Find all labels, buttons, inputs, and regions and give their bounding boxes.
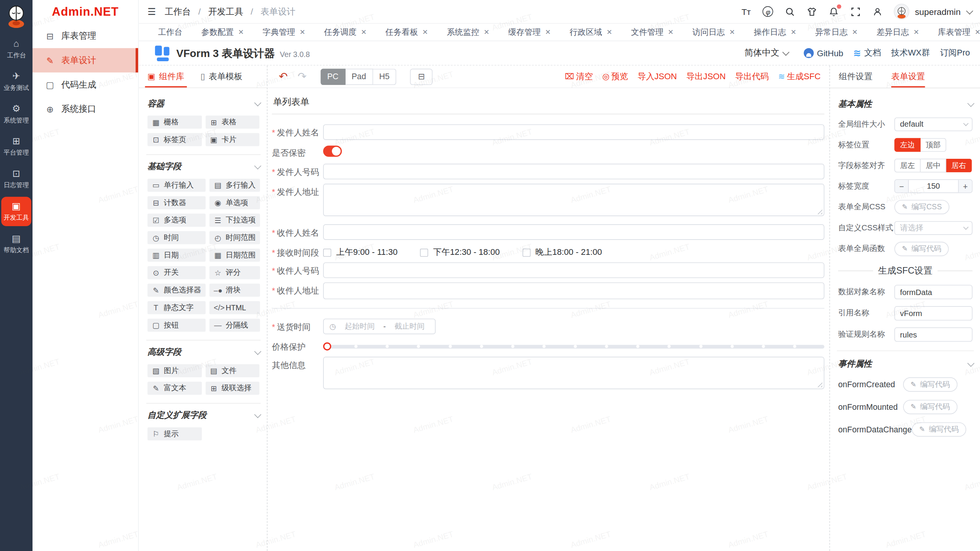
label-pos-top-button[interactable]: 顶部 (921, 138, 946, 152)
field-sender-name[interactable]: *发件人姓名 (272, 124, 824, 140)
user-avatar[interactable] (893, 4, 909, 20)
rail-item-biz-test[interactable]: ✈ 业务测试 (1, 67, 31, 96)
sender-phone-input[interactable] (323, 164, 824, 179)
delivery-time-range-picker[interactable]: ◷ 起始时间 - 截止时间 (323, 319, 436, 334)
breadcrumb-devtools[interactable]: 开发工具 (208, 6, 243, 16)
label-width-value[interactable]: 150 (909, 180, 958, 192)
page-tab[interactable]: 字典管理✕ (255, 24, 314, 40)
page-tab[interactable]: 任务看板✕ (377, 24, 436, 40)
language-icon[interactable]: φ (763, 6, 774, 17)
close-icon[interactable]: ✕ (238, 28, 244, 36)
align-right-button[interactable]: 居右 (946, 159, 972, 173)
action-导入JSON[interactable]: 导入JSON (637, 71, 677, 82)
page-tab[interactable]: 文件管理✕ (623, 24, 682, 40)
field-receiver-name[interactable]: *收件人姓名 (272, 224, 824, 240)
widget-section-header[interactable]: 基础字段 (147, 161, 259, 172)
stepper-minus-button[interactable]: − (895, 180, 909, 192)
page-tab[interactable]: 差异日志✕ (868, 24, 927, 40)
widget-tab[interactable]: ▣ 组件库 (147, 65, 184, 87)
event-props-header[interactable]: 事件属性 (838, 359, 972, 370)
action-导出JSON[interactable]: 导出JSON (686, 71, 726, 82)
widget-item[interactable]: ⊟ 计数器 (147, 196, 206, 209)
widget-item[interactable]: ▭ 单行输入 (147, 179, 206, 192)
form-title[interactable]: 单列表单 (272, 92, 824, 114)
page-tab[interactable]: 操作日志✕ (746, 24, 805, 40)
close-icon[interactable]: ✕ (361, 28, 367, 36)
page-tab[interactable]: 缓存管理✕ (500, 24, 559, 40)
fullscreen-icon[interactable] (850, 6, 861, 17)
widget-item[interactable]: T 静态文字 (147, 301, 206, 314)
page-tab[interactable]: 库表管理✕ (930, 24, 980, 40)
widget-item[interactable]: ▥ 日期 (147, 249, 206, 262)
user-profile-icon[interactable] (872, 6, 883, 17)
widget-item[interactable]: ▣ 卡片 (205, 133, 259, 146)
widget-item[interactable]: </> HTML (209, 301, 260, 314)
widget-item[interactable]: ✎ 富文本 (147, 382, 201, 395)
undo-icon[interactable]: ↶ (279, 70, 287, 83)
slider-track[interactable] (326, 344, 824, 348)
close-icon[interactable]: ✕ (606, 28, 612, 36)
rail-item-help[interactable]: ▤ 帮助文档 (1, 229, 31, 259)
redo-icon[interactable]: ↷ (298, 70, 307, 83)
widget-section-header[interactable]: 高级字段 (147, 347, 259, 358)
widget-item[interactable]: ☑ 多选项 (147, 214, 206, 227)
sender-name-input[interactable] (323, 124, 824, 140)
user-menu-chevron-icon[interactable] (966, 7, 973, 14)
widget-item[interactable]: –● 滑块 (209, 284, 260, 297)
widget-item[interactable]: ◷ 时间 (147, 231, 206, 244)
page-tab[interactable]: 工作台 (150, 24, 191, 40)
close-icon[interactable]: ✕ (545, 28, 551, 36)
widget-item[interactable]: ▦ 日期范围 (209, 249, 260, 262)
close-icon[interactable]: ✕ (483, 28, 489, 36)
widget-section-header[interactable]: 自定义扩展字段 (147, 410, 259, 421)
write-code-button[interactable]: ✎ 编写代码 (894, 242, 949, 256)
widget-item[interactable]: ▦ 栅格 (147, 116, 201, 129)
action-生成SFC[interactable]: ≋ 生成SFC (778, 71, 821, 82)
sidebar-item-form-design[interactable]: ✎ 表单设计 (33, 48, 138, 73)
rail-item-logs[interactable]: ⊡ 日志管理 (1, 164, 31, 194)
other-info-textarea[interactable] (323, 357, 824, 389)
page-tab[interactable]: 系统监控✕ (439, 24, 498, 40)
field-other-info[interactable]: 其他信息 (272, 357, 824, 389)
widget-item[interactable]: ☰ 下拉选项 (209, 214, 260, 227)
secret-toggle-on[interactable] (323, 145, 342, 156)
checkbox-icon[interactable] (522, 248, 530, 256)
close-icon[interactable]: ✕ (668, 28, 674, 36)
tab-form-settings[interactable]: 表单设置 (891, 65, 925, 87)
checkbox-icon[interactable] (323, 248, 331, 256)
field-delivery-time[interactable]: *送货时间 ◷ 起始时间 - 截止时间 (272, 319, 824, 334)
github-link[interactable]: GitHub (804, 48, 843, 58)
close-icon[interactable]: ✕ (852, 28, 858, 36)
page-tab[interactable]: 参数配置✕ (193, 24, 252, 40)
stepper-plus-button[interactable]: + (958, 180, 972, 192)
wx-group-link[interactable]: 技术WX群 (891, 47, 930, 59)
page-tab[interactable]: 访问日志✕ (684, 24, 743, 40)
widget-item[interactable]: ⊙ 开关 (147, 266, 206, 279)
write-code-button[interactable]: ✎ 编写代码 (903, 400, 957, 414)
close-icon[interactable]: ✕ (729, 28, 735, 36)
close-icon[interactable]: ✕ (791, 28, 796, 36)
widget-item[interactable]: ⚐ 提示 (147, 427, 201, 440)
breadcrumb-workbench[interactable]: 工作台 (165, 6, 191, 16)
field-price-protect[interactable]: 价格保护 (272, 339, 824, 352)
sender-address-textarea[interactable] (323, 184, 824, 216)
device-button-h5[interactable]: H5 (373, 68, 396, 85)
widget-tab[interactable]: ▯ 表单模板 (201, 65, 243, 87)
notifications-bell-icon[interactable] (828, 6, 839, 17)
write-code-button[interactable]: ✎ 编写代码 (903, 377, 957, 392)
field-receiver-address[interactable]: *收件人地址 (272, 282, 824, 299)
action-清空[interactable]: ⌧ 清空 (565, 71, 593, 82)
widget-item[interactable]: ▤ 多行输入 (209, 179, 260, 192)
custom-css-select[interactable]: 请选择 (894, 221, 972, 235)
language-select[interactable]: 简体中文 (745, 47, 788, 59)
slider-handle[interactable] (323, 342, 331, 350)
username-label[interactable]: superadmin (915, 7, 960, 16)
theme-shirt-icon[interactable] (806, 6, 817, 17)
subscribe-pro-link[interactable]: 订阅Pro (940, 47, 970, 59)
data-object-input[interactable] (894, 285, 972, 299)
write-css-button[interactable]: ✎ 编写CSS (894, 200, 949, 214)
widget-item[interactable]: ◉ 单选项 (209, 196, 260, 209)
rail-item-system[interactable]: ⚙ 系统管理 (1, 99, 31, 129)
search-icon[interactable] (784, 6, 795, 17)
field-receive-period[interactable]: *接收时间段 上午9:00 - 11:30 下午12:30 - 18:00 晚上… (272, 244, 824, 258)
